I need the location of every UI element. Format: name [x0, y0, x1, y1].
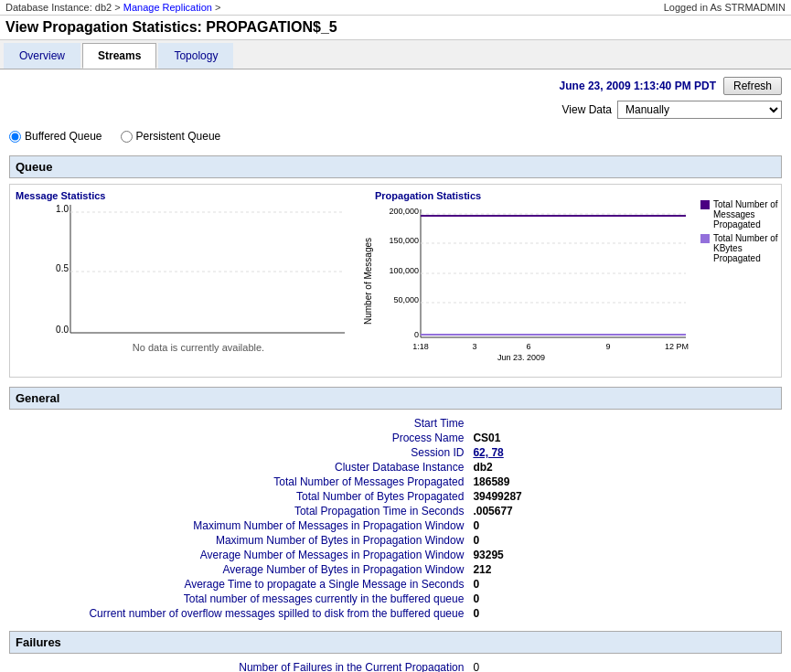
general-value-avg-bytes-window: 212	[473, 563, 780, 576]
failures-value-count: 0	[473, 661, 780, 672]
general-label-process-name: Process Name	[11, 432, 471, 444]
general-label-total-bytes: Total Number of Bytes Propagated	[11, 490, 471, 503]
general-value-cluster-db: db2	[473, 461, 780, 474]
prop-chart-svg: 200,000 150,000 100,000 50,000 0	[375, 205, 695, 360]
buffered-queue-label: Buffered Queue	[25, 130, 102, 143]
radio-group: Buffered Queue Persistent Queue	[9, 126, 782, 146]
svg-text:50,000: 50,000	[393, 295, 419, 304]
persistent-queue-radio[interactable]: Persistent Queue	[121, 130, 221, 143]
view-data-label: View Data	[562, 103, 612, 116]
table-row: Total number of messages currently in th…	[11, 592, 780, 605]
prop-yaxis-label: Number of Messages	[363, 190, 373, 371]
refresh-button[interactable]: Refresh	[723, 77, 782, 95]
table-row: Cluster Database Instance db2	[11, 461, 780, 474]
table-row: Current number of overflow messages spil…	[11, 607, 780, 620]
no-data-text: No data is currently available.	[43, 342, 354, 353]
general-label-session-id: Session ID	[11, 446, 471, 459]
propagation-stats-chart: Number of Messages Propagation Statistic…	[363, 190, 783, 371]
page-title: View Propagation Statistics: PROPAGATION…	[0, 16, 791, 40]
separator2: >	[215, 2, 220, 13]
session-id-link[interactable]: 62, 78	[473, 446, 503, 459]
chart-legend: Total Number of Messages Propagated Tota…	[700, 199, 783, 371]
persistent-queue-input[interactable]	[121, 131, 133, 143]
general-value-max-bytes-window: 0	[473, 534, 780, 547]
tabs-bar: Overview Streams Topology	[0, 40, 791, 69]
svg-text:12 PM: 12 PM	[665, 342, 689, 351]
table-row: Process Name CS01	[11, 432, 780, 444]
svg-text:1:18: 1:18	[412, 342, 429, 351]
date-time-label: June 23, 2009 1:13:40 PM PDT	[560, 80, 716, 92]
queue-section-header: Queue	[9, 155, 782, 178]
buffered-queue-radio[interactable]: Buffered Queue	[9, 130, 102, 143]
buffered-queue-input[interactable]	[9, 131, 21, 143]
failures-section-header: Failures	[9, 631, 782, 654]
general-label-total-buffered: Total number of messages currently in th…	[11, 592, 471, 605]
svg-text:Jun 23, 2009: Jun 23, 2009	[497, 353, 545, 360]
failures-table: Number of Failures in the Current Propag…	[9, 659, 782, 672]
general-value-start-time	[473, 417, 780, 430]
separator1: >	[114, 2, 123, 13]
db-instance-text: Database Instance: db2	[5, 2, 112, 13]
table-row: Maximum Number of Bytes in Propagation W…	[11, 534, 780, 547]
general-value-session-id: 62, 78	[473, 446, 780, 459]
msg-chart-svg: 1.0 0.5 0.0	[43, 205, 354, 351]
general-label-total-msgs: Total Number of Messages Propagated	[11, 475, 471, 488]
legend-color-messages	[700, 200, 710, 209]
msg-stats-title: Message Statistics	[16, 190, 354, 201]
message-stats-chart: Message Statistics 1.0 0.5 0.0 No data i…	[16, 190, 354, 371]
table-row: Average Number of Messages in Propagatio…	[11, 549, 780, 561]
general-value-prop-time: .005677	[473, 505, 780, 517]
table-row: Total Number of Messages Propagated 1865…	[11, 475, 780, 488]
toolbar: June 23, 2009 1:13:40 PM PDT Refresh	[9, 77, 782, 95]
general-label-avg-bytes-window: Average Number of Bytes in Propagation W…	[11, 563, 471, 576]
svg-text:200,000: 200,000	[389, 207, 419, 216]
general-label-avg-msgs-window: Average Number of Messages in Propagatio…	[11, 549, 471, 561]
svg-text:100,000: 100,000	[389, 266, 419, 275]
general-value-avg-time-msg: 0	[473, 578, 780, 591]
svg-text:9: 9	[605, 342, 610, 351]
view-data-select[interactable]: Manually Every 30 Seconds Every 60 Secon…	[617, 101, 782, 119]
breadcrumb-bar: Database Instance: db2 > Manage Replicat…	[0, 0, 791, 16]
general-value-process-name: CS01	[473, 432, 780, 444]
general-label-max-msgs-window: Maximum Number of Messages in Propagatio…	[11, 519, 471, 532]
svg-text:0.0: 0.0	[56, 325, 69, 335]
main-content: June 23, 2009 1:13:40 PM PDT Refresh Vie…	[0, 69, 791, 672]
tab-topology[interactable]: Topology	[158, 43, 233, 69]
table-row: Session ID 62, 78	[11, 446, 780, 459]
general-label-cluster-db: Cluster Database Instance	[11, 461, 471, 474]
general-label-overflow: Current number of overflow messages spil…	[11, 607, 471, 620]
legend-label-kbytes: Total Number of KBytes Propagated	[713, 233, 783, 263]
legend-color-kbytes	[700, 234, 710, 243]
general-section-header: General	[9, 387, 782, 410]
svg-text:3: 3	[472, 342, 476, 351]
general-label-start-time: Start Time	[11, 417, 471, 430]
logged-in-text: Logged in As STRMADMIN	[664, 2, 786, 13]
table-row: Number of Failures in the Current Propag…	[11, 661, 780, 672]
general-value-total-msgs: 186589	[473, 475, 780, 488]
svg-text:150,000: 150,000	[389, 236, 419, 245]
manage-replication-link[interactable]: Manage Replication	[123, 2, 212, 13]
general-label-max-bytes-window: Maximum Number of Bytes in Propagation W…	[11, 534, 471, 547]
table-row: Average Time to propagate a Single Messa…	[11, 578, 780, 591]
table-row: Total Propagation Time in Seconds .00567…	[11, 505, 780, 517]
legend-label-messages: Total Number of Messages Propagated	[713, 199, 783, 229]
svg-text:0: 0	[414, 330, 419, 339]
legend-item-messages: Total Number of Messages Propagated	[700, 199, 783, 229]
legend-item-kbytes: Total Number of KBytes Propagated	[700, 233, 783, 263]
view-data-row: View Data Manually Every 30 Seconds Ever…	[9, 101, 782, 119]
tab-streams[interactable]: Streams	[82, 43, 156, 69]
general-label-avg-time-msg: Average Time to propagate a Single Messa…	[11, 578, 471, 591]
general-label-prop-time: Total Propagation Time in Seconds	[11, 505, 471, 517]
table-row: Average Number of Bytes in Propagation W…	[11, 563, 780, 576]
failures-label-count: Number of Failures in the Current Propag…	[11, 661, 471, 672]
general-value-total-buffered: 0	[473, 592, 780, 605]
general-value-overflow: 0	[473, 607, 780, 620]
svg-text:6: 6	[526, 342, 530, 351]
table-row: Start Time	[11, 417, 780, 430]
tab-overview[interactable]: Overview	[4, 43, 80, 69]
svg-text:0.5: 0.5	[56, 263, 69, 273]
charts-area: Message Statistics 1.0 0.5 0.0 No data i…	[9, 184, 782, 378]
svg-text:1.0: 1.0	[56, 205, 69, 214]
persistent-queue-label: Persistent Queue	[136, 130, 221, 143]
general-value-max-msgs-window: 0	[473, 519, 780, 532]
